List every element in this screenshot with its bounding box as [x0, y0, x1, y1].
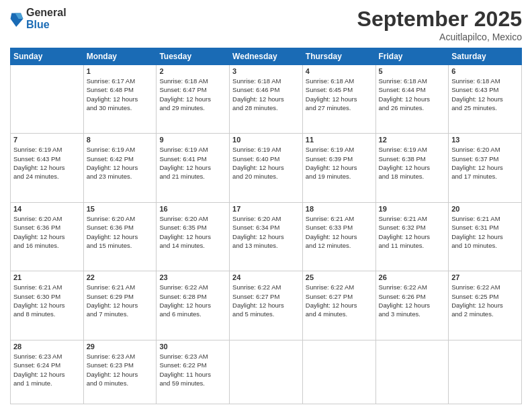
- cell-line: and 27 minutes.: [306, 104, 351, 111]
- cell-line: Sunset: 6:48 PM: [87, 86, 134, 93]
- cell-line: Sunset: 6:34 PM: [232, 224, 279, 231]
- cell-line: Daylight: 12 hours: [379, 302, 431, 309]
- table-row: 26Sunrise: 6:22 AMSunset: 6:26 PMDayligh…: [375, 271, 449, 340]
- cell-line: and 23 minutes.: [87, 173, 132, 180]
- cell-line: and 2 minutes.: [451, 310, 493, 318]
- cell-line: Sunrise: 6:20 AM: [159, 215, 208, 222]
- cell-line: and 29 minutes.: [159, 104, 205, 111]
- table-row: 29Sunrise: 6:23 AMSunset: 6:23 PMDayligh…: [83, 340, 157, 404]
- cell-line: Sunset: 6:25 PM: [451, 293, 498, 300]
- cell-line: Sunset: 6:27 PM: [306, 293, 353, 300]
- logo: General Blue: [10, 7, 66, 30]
- cell-line: and 30 minutes.: [87, 104, 132, 111]
- table-row: 9Sunrise: 6:19 AMSunset: 6:41 PMDaylight…: [157, 134, 230, 202]
- cell-line: Sunset: 6:41 PM: [159, 155, 206, 163]
- table-row: 11Sunrise: 6:19 AMSunset: 6:39 PMDayligh…: [302, 134, 375, 202]
- cell-content: Sunrise: 6:21 AMSunset: 6:31 PMDaylight:…: [451, 214, 519, 250]
- cell-line: Daylight: 12 hours: [87, 233, 138, 240]
- table-row: 2Sunrise: 6:18 AMSunset: 6:47 PMDaylight…: [157, 65, 230, 134]
- cell-line: Daylight: 12 hours: [379, 233, 431, 240]
- cell-line: and 20 minutes.: [232, 173, 278, 180]
- cell-content: Sunrise: 6:21 AMSunset: 6:32 PMDaylight:…: [379, 214, 446, 250]
- day-number: 21: [13, 273, 81, 281]
- cell-content: Sunrise: 6:18 AMSunset: 6:45 PMDaylight:…: [306, 77, 373, 112]
- cell-line: Daylight: 12 hours: [306, 164, 357, 171]
- cell-line: Sunrise: 6:20 AM: [451, 146, 500, 153]
- cell-line: Sunrise: 6:18 AM: [159, 77, 208, 85]
- cell-content: Sunrise: 6:19 AMSunset: 6:40 PMDaylight:…: [232, 145, 300, 181]
- table-row: 24Sunrise: 6:22 AMSunset: 6:27 PMDayligh…: [230, 271, 303, 340]
- cell-line: Sunset: 6:47 PM: [159, 86, 206, 93]
- table-row: 14Sunrise: 6:20 AMSunset: 6:36 PMDayligh…: [11, 202, 84, 271]
- cell-line: Sunset: 6:35 PM: [159, 224, 206, 231]
- cell-content: Sunrise: 6:21 AMSunset: 6:30 PMDaylight:…: [13, 283, 81, 318]
- cell-line: Sunrise: 6:23 AM: [13, 353, 62, 360]
- day-number: 13: [451, 136, 519, 144]
- day-number: 14: [13, 205, 81, 213]
- cell-line: Sunrise: 6:19 AM: [232, 146, 281, 153]
- cell-line: and 4 minutes.: [306, 310, 347, 318]
- day-number: 8: [87, 136, 154, 144]
- cell-line: Sunset: 6:26 PM: [379, 293, 426, 300]
- day-number: 5: [379, 67, 446, 75]
- header-saturday: Saturday: [449, 48, 522, 65]
- table-row: 15Sunrise: 6:20 AMSunset: 6:36 PMDayligh…: [83, 202, 157, 271]
- table-row: 6Sunrise: 6:18 AMSunset: 6:43 PMDaylight…: [449, 65, 522, 134]
- cell-line: Sunset: 6:43 PM: [451, 86, 498, 93]
- cell-line: Daylight: 12 hours: [451, 302, 503, 309]
- title-area: September 2025 Acuitlapilco, Mexico: [357, 7, 522, 42]
- cell-line: Sunset: 6:30 PM: [13, 293, 60, 300]
- cell-line: Daylight: 12 hours: [13, 371, 65, 378]
- cell-line: and 19 minutes.: [306, 173, 351, 180]
- cell-line: Sunset: 6:28 PM: [159, 293, 206, 300]
- cell-line: and 26 minutes.: [379, 104, 425, 111]
- cell-content: Sunrise: 6:19 AMSunset: 6:41 PMDaylight:…: [159, 145, 226, 181]
- cell-line: Daylight: 12 hours: [87, 371, 138, 378]
- cell-line: Sunset: 6:27 PM: [232, 293, 279, 300]
- header-friday: Friday: [375, 48, 449, 65]
- table-row: 25Sunrise: 6:22 AMSunset: 6:27 PMDayligh…: [302, 271, 375, 340]
- table-row: [375, 340, 449, 404]
- cell-line: Daylight: 12 hours: [13, 233, 65, 240]
- cell-line: and 6 minutes.: [159, 310, 201, 318]
- cell-content: Sunrise: 6:19 AMSunset: 6:42 PMDaylight:…: [87, 145, 154, 181]
- cell-content: Sunrise: 6:18 AMSunset: 6:44 PMDaylight:…: [379, 77, 446, 112]
- cell-line: Sunset: 6:38 PM: [379, 155, 426, 163]
- cell-line: Daylight: 12 hours: [306, 302, 357, 309]
- cell-line: Sunset: 6:39 PM: [306, 155, 353, 163]
- cell-line: Daylight: 12 hours: [159, 302, 211, 309]
- cell-content: Sunrise: 6:22 AMSunset: 6:27 PMDaylight:…: [306, 283, 373, 318]
- day-number: 15: [87, 205, 154, 213]
- logo-blue: Blue: [26, 19, 66, 31]
- cell-line: and 11 minutes.: [379, 242, 425, 249]
- table-row: [302, 340, 375, 404]
- cell-content: Sunrise: 6:22 AMSunset: 6:25 PMDaylight:…: [451, 283, 519, 318]
- header-sunday: Sunday: [11, 48, 84, 65]
- cell-line: and 25 minutes.: [451, 104, 497, 111]
- table-row: 18Sunrise: 6:21 AMSunset: 6:33 PMDayligh…: [302, 202, 375, 271]
- table-row: 21Sunrise: 6:21 AMSunset: 6:30 PMDayligh…: [11, 271, 84, 340]
- cell-line: Sunrise: 6:19 AM: [13, 146, 62, 153]
- cell-content: Sunrise: 6:17 AMSunset: 6:48 PMDaylight:…: [87, 77, 154, 112]
- table-row: [11, 65, 84, 134]
- day-number: 27: [451, 273, 519, 281]
- cell-line: Daylight: 12 hours: [159, 164, 211, 171]
- cell-line: Daylight: 12 hours: [451, 164, 503, 171]
- cell-line: and 15 minutes.: [87, 242, 132, 249]
- cell-content: Sunrise: 6:23 AMSunset: 6:23 PMDaylight:…: [87, 352, 154, 387]
- day-number: 6: [451, 67, 519, 75]
- day-number: 7: [13, 136, 81, 144]
- cell-line: Daylight: 12 hours: [159, 95, 211, 103]
- cell-line: Daylight: 12 hours: [232, 95, 284, 103]
- cell-line: Sunrise: 6:21 AM: [306, 215, 354, 222]
- cell-line: and 12 minutes.: [306, 242, 351, 249]
- day-number: 25: [306, 273, 373, 281]
- day-number: 11: [306, 136, 373, 144]
- cell-line: Sunrise: 6:19 AM: [379, 146, 427, 153]
- cell-line: Sunset: 6:29 PM: [87, 293, 134, 300]
- cell-line: and 3 minutes.: [379, 310, 420, 318]
- table-row: 30Sunrise: 6:23 AMSunset: 6:22 PMDayligh…: [157, 340, 230, 404]
- cell-line: and 21 minutes.: [159, 173, 205, 180]
- cell-line: Sunset: 6:36 PM: [87, 224, 134, 231]
- cell-line: Sunset: 6:36 PM: [13, 224, 60, 231]
